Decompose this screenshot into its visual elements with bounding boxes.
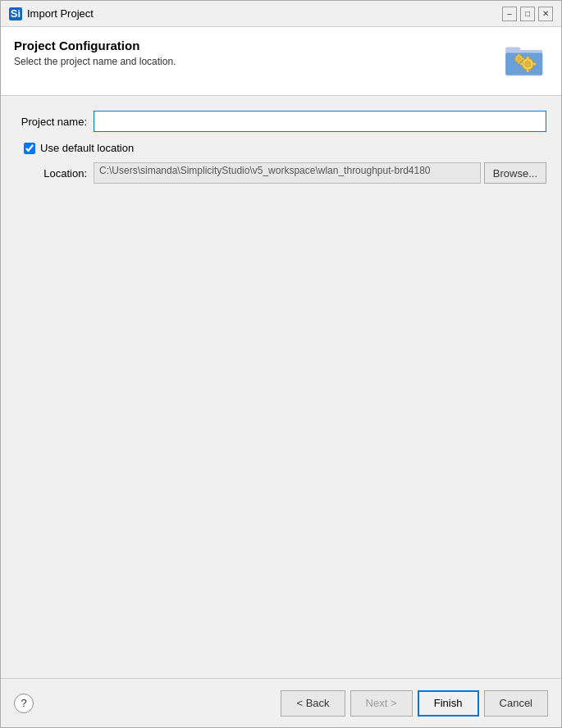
header-text: Project Configuration Select the project… bbox=[14, 39, 176, 67]
svg-rect-6 bbox=[526, 69, 528, 72]
close-button[interactable]: ✕ bbox=[538, 7, 553, 21]
section-title: Project Configuration bbox=[14, 39, 176, 52]
minimize-button[interactable]: – bbox=[502, 7, 517, 21]
footer: ? < Back Next > Finish Cancel bbox=[1, 678, 561, 727]
title-bar-left: Si Import Project bbox=[9, 7, 94, 20]
title-bar: Si Import Project – □ ✕ bbox=[1, 1, 561, 27]
section-subtitle: Select the project name and location. bbox=[14, 56, 176, 67]
content-area: Project name: Use default location Locat… bbox=[1, 96, 561, 678]
cancel-button[interactable]: Cancel bbox=[484, 690, 548, 717]
import-project-dialog: Si Import Project – □ ✕ Project Configur… bbox=[0, 0, 562, 728]
use-default-label[interactable]: Use default location bbox=[40, 142, 134, 154]
svg-point-4 bbox=[524, 61, 530, 67]
use-default-checkbox[interactable] bbox=[24, 143, 35, 154]
folder-gears-icon bbox=[505, 43, 546, 80]
use-default-row: Use default location bbox=[16, 142, 546, 154]
next-button[interactable]: Next > bbox=[350, 690, 413, 717]
svg-rect-12 bbox=[518, 61, 519, 64]
footer-buttons: < Back Next > Finish Cancel bbox=[281, 690, 548, 717]
header-icon bbox=[503, 39, 548, 84]
maximize-button[interactable]: □ bbox=[520, 7, 535, 21]
svg-rect-1 bbox=[505, 47, 520, 52]
project-name-input[interactable] bbox=[94, 111, 546, 132]
svg-rect-7 bbox=[520, 63, 523, 66]
footer-left: ? bbox=[14, 694, 34, 713]
back-button[interactable]: < Back bbox=[281, 690, 345, 717]
window-controls: – □ ✕ bbox=[502, 7, 553, 21]
svg-rect-14 bbox=[522, 58, 524, 60]
finish-button[interactable]: Finish bbox=[418, 690, 479, 717]
svg-rect-5 bbox=[526, 57, 528, 60]
project-name-label: Project name: bbox=[16, 116, 94, 128]
help-button[interactable]: ? bbox=[14, 694, 34, 713]
svg-rect-13 bbox=[514, 58, 517, 60]
browse-button[interactable]: Browse... bbox=[484, 162, 546, 184]
project-name-row: Project name: bbox=[16, 111, 546, 132]
location-row: Location: C:\Users\simanda\SimplicityStu… bbox=[16, 162, 546, 184]
dialog-title: Import Project bbox=[27, 7, 94, 20]
svg-rect-8 bbox=[532, 63, 536, 66]
app-icon: Si bbox=[9, 7, 22, 20]
svg-rect-11 bbox=[518, 54, 519, 57]
location-label: Location: bbox=[16, 167, 94, 180]
header-section: Project Configuration Select the project… bbox=[1, 27, 561, 96]
location-value: C:\Users\simanda\SimplicityStudio\v5_wor… bbox=[94, 162, 481, 184]
